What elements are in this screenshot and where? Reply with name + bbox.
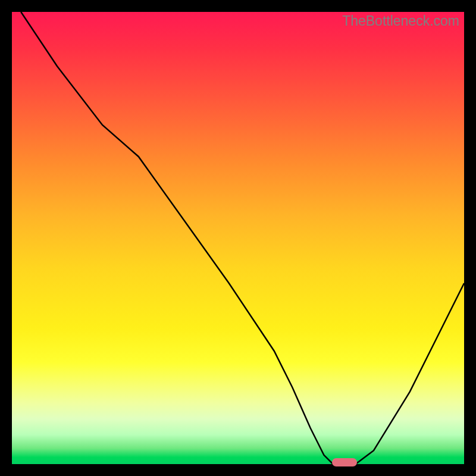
watermark-text: TheBottleneck.com (342, 13, 459, 29)
bottleneck-curve (12, 12, 464, 464)
optimal-marker (332, 458, 357, 466)
plot-area: TheBottleneck.com (12, 12, 464, 464)
